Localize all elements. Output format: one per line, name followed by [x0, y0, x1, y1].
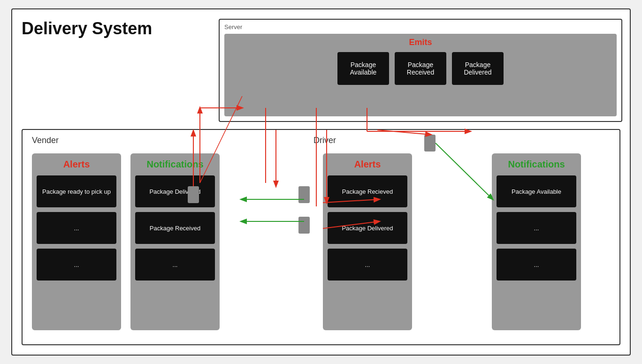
- connector-left: [188, 186, 199, 203]
- event-package-received: Package Received: [395, 52, 446, 85]
- vender-alerts-panel: Alerts Package ready to pick up ... ...: [32, 153, 121, 330]
- vender-label: Vender: [32, 136, 59, 145]
- lower-container: Vender Driver Alerts Package ready to pi…: [22, 129, 620, 345]
- driver-notifs-panel: Notifications Package Available ... ...: [492, 153, 581, 330]
- server-label: Server: [224, 23, 242, 30]
- connector-right: [424, 135, 436, 152]
- connector-middle-bottom: [298, 217, 310, 234]
- event-package-available: Package Available: [337, 52, 389, 85]
- vender-notif-item-0: Package Delivered: [135, 175, 215, 207]
- vender-alert-item-2: ...: [37, 249, 116, 281]
- driver-alert-item-2: ...: [328, 249, 407, 281]
- driver-notifs-title: Notifications: [508, 159, 565, 170]
- vender-notif-item-1: Package Received: [135, 212, 215, 244]
- emits-boxes: Package Available Package Received Packa…: [337, 52, 504, 85]
- vender-alert-item-0: Package ready to pick up: [37, 175, 116, 207]
- driver-alert-item-0: Package Recieved: [328, 175, 407, 207]
- driver-alerts-title: Alerts: [354, 159, 381, 170]
- emits-label: Emits: [409, 38, 432, 47]
- vender-alerts-title: Alerts: [63, 159, 90, 170]
- server-box: Server Emits Package Available Package R…: [219, 19, 622, 122]
- emits-area: Emits Package Available Package Received…: [224, 34, 617, 116]
- driver-alert-item-1: Package Delivered: [328, 212, 407, 244]
- driver-notif-item-2: ...: [497, 249, 576, 281]
- main-container: Delivery System Server Emits Package Ava…: [11, 8, 631, 356]
- vender-notifs-title: Notifications: [146, 159, 203, 170]
- driver-notif-item-0: Package Available: [497, 175, 576, 207]
- svg-line-8: [436, 143, 493, 199]
- vender-notifs-panel: Notifications Package Delivered Package …: [130, 153, 220, 330]
- driver-notif-item-1: ...: [497, 212, 576, 244]
- driver-alerts-panel: Alerts Package Recieved Package Delivere…: [323, 153, 412, 330]
- vender-notif-item-2: ...: [135, 249, 215, 281]
- event-package-delivered: Package Delivered: [452, 52, 504, 85]
- connector-middle-top: [298, 186, 310, 203]
- vender-alert-item-1: ...: [37, 212, 116, 244]
- svg-line-3: [377, 130, 431, 135]
- driver-label: Driver: [313, 136, 336, 145]
